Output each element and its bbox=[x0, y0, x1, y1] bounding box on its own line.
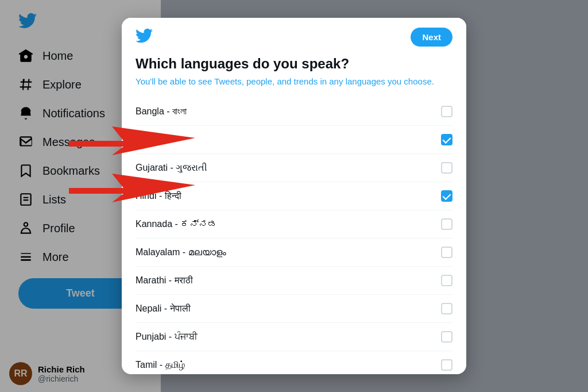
lang-label: Kannada - ಕನ್ನಡ bbox=[136, 219, 217, 229]
lang-checkbox-tamil[interactable] bbox=[441, 359, 452, 371]
lang-label: English bbox=[136, 134, 165, 145]
lang-item-malayalam[interactable]: Malayalam - മലയാളം bbox=[136, 239, 452, 267]
modal-twitter-icon bbox=[136, 27, 153, 44]
modal-overlay[interactable]: Next Which languages do you speak? You'l… bbox=[0, 0, 588, 392]
lang-item-marathi[interactable]: Marathi - मराठी bbox=[136, 267, 452, 295]
next-button[interactable]: Next bbox=[411, 28, 452, 47]
language-modal: Next Which languages do you speak? You'l… bbox=[122, 18, 466, 374]
lang-label: Malayalam - മലയാളം bbox=[136, 247, 226, 258]
lang-checkbox-nepali[interactable] bbox=[441, 303, 452, 314]
modal-body: Which languages do you speak? You'll be … bbox=[122, 56, 466, 374]
lang-checkbox-hindi[interactable] bbox=[441, 190, 452, 202]
lang-label: Nepali - नेपाली bbox=[136, 303, 191, 314]
lang-item-tamil[interactable]: Tamil - தமிழ் bbox=[136, 351, 452, 374]
lang-checkbox-marathi[interactable] bbox=[441, 275, 452, 286]
lang-checkbox-english[interactable] bbox=[441, 134, 452, 145]
lang-item-kannada[interactable]: Kannada - ಕನ್ನಡ bbox=[136, 210, 452, 239]
lang-label: Bangla - বাংলা bbox=[136, 106, 187, 117]
lang-checkbox-kannada[interactable] bbox=[441, 218, 452, 230]
lang-label: Hindi - हिन्दी bbox=[136, 191, 181, 201]
lang-item-gujarati[interactable]: Gujarati - ગુજરાતી bbox=[136, 154, 452, 182]
lang-item-english[interactable]: English bbox=[136, 126, 452, 154]
modal-twitter-logo bbox=[136, 27, 153, 47]
lang-label: Punjabi - ਪੰਜਾਬੀ bbox=[136, 332, 198, 342]
modal-subtitle: You'll be able to see Tweets, people, an… bbox=[136, 76, 452, 86]
lang-item-bangla[interactable]: Bangla - বাংলা bbox=[136, 98, 452, 126]
lang-label: Tamil - தமிழ் bbox=[136, 360, 185, 370]
lang-item-hindi[interactable]: Hindi - हिन्दी bbox=[136, 182, 452, 210]
lang-checkbox-punjabi[interactable] bbox=[441, 331, 452, 343]
lang-checkbox-gujarati[interactable] bbox=[441, 162, 452, 174]
lang-checkbox-bangla[interactable] bbox=[441, 106, 452, 117]
modal-header: Next bbox=[122, 18, 466, 56]
lang-label: Marathi - मराठी bbox=[136, 275, 193, 286]
lang-label: Gujarati - ગુજરાતી bbox=[136, 163, 207, 173]
modal-title: Which languages do you speak? bbox=[136, 56, 452, 72]
lang-item-punjabi[interactable]: Punjabi - ਪੰਜਾਬੀ bbox=[136, 323, 452, 351]
lang-checkbox-malayalam[interactable] bbox=[441, 247, 452, 258]
lang-item-nepali[interactable]: Nepali - नेपाली bbox=[136, 295, 452, 323]
languages-list: Bangla - বাংলা English Gujarati - ગુજરાત… bbox=[136, 98, 452, 374]
